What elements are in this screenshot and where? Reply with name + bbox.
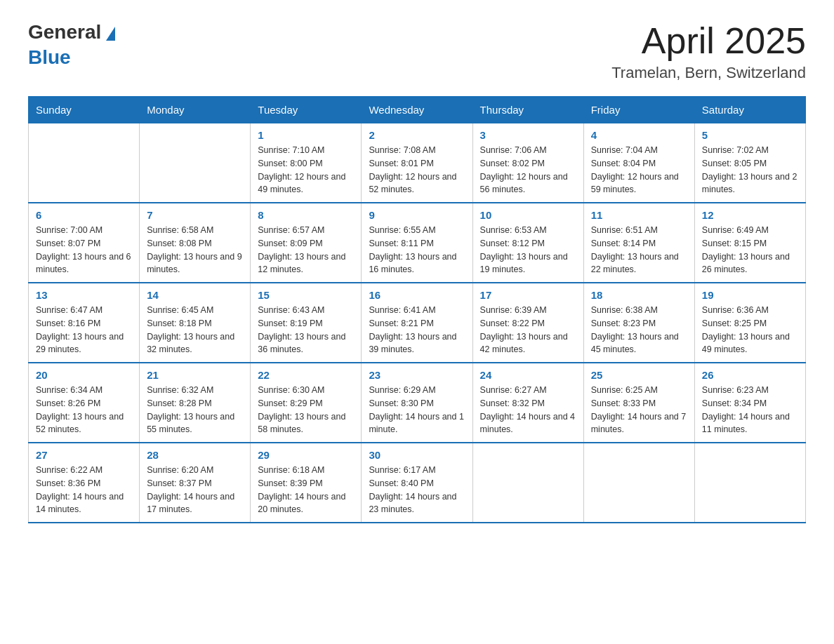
day-info: Sunrise: 6:38 AMSunset: 8:23 PMDaylight:…: [591, 304, 687, 356]
day-info: Sunrise: 6:51 AMSunset: 8:14 PMDaylight:…: [591, 224, 687, 276]
day-number: 24: [480, 369, 576, 381]
calendar-table: SundayMondayTuesdayWednesdayThursdayFrid…: [28, 96, 806, 523]
calendar-cell: 12Sunrise: 6:49 AMSunset: 8:15 PMDayligh…: [694, 203, 805, 283]
day-number: 8: [258, 209, 354, 221]
calendar-cell: 2Sunrise: 7:08 AMSunset: 8:01 PMDaylight…: [362, 123, 472, 203]
week-row-2: 6Sunrise: 7:00 AMSunset: 8:07 PMDaylight…: [29, 203, 806, 283]
day-info: Sunrise: 7:10 AMSunset: 8:00 PMDaylight:…: [258, 144, 354, 196]
logo-general-text: General: [28, 21, 101, 43]
calendar-cell: 15Sunrise: 6:43 AMSunset: 8:19 PMDayligh…: [251, 283, 362, 363]
day-info: Sunrise: 6:43 AMSunset: 8:19 PMDaylight:…: [258, 304, 354, 356]
weekday-header-wednesday: Wednesday: [362, 97, 472, 123]
day-number: 3: [480, 129, 576, 141]
calendar-cell: 6Sunrise: 7:00 AMSunset: 8:07 PMDaylight…: [29, 203, 140, 283]
day-number: 12: [702, 209, 798, 221]
day-number: 23: [369, 369, 465, 381]
day-info: Sunrise: 6:47 AMSunset: 8:16 PMDaylight:…: [36, 304, 132, 356]
day-number: 4: [591, 129, 687, 141]
calendar-cell: 30Sunrise: 6:17 AMSunset: 8:40 PMDayligh…: [362, 443, 472, 523]
weekday-header-tuesday: Tuesday: [251, 97, 362, 123]
calendar-cell: 13Sunrise: 6:47 AMSunset: 8:16 PMDayligh…: [29, 283, 140, 363]
weekday-header-row: SundayMondayTuesdayWednesdayThursdayFrid…: [29, 97, 806, 123]
calendar-cell: 11Sunrise: 6:51 AMSunset: 8:14 PMDayligh…: [583, 203, 694, 283]
day-number: 2: [369, 129, 465, 141]
day-info: Sunrise: 6:27 AMSunset: 8:32 PMDaylight:…: [480, 384, 576, 436]
day-info: Sunrise: 6:23 AMSunset: 8:34 PMDaylight:…: [702, 384, 798, 436]
day-info: Sunrise: 6:49 AMSunset: 8:15 PMDaylight:…: [702, 224, 798, 276]
weekday-header-monday: Monday: [140, 97, 251, 123]
day-number: 19: [702, 289, 798, 301]
day-info: Sunrise: 6:18 AMSunset: 8:39 PMDaylight:…: [258, 464, 354, 516]
day-info: Sunrise: 6:57 AMSunset: 8:09 PMDaylight:…: [258, 224, 354, 276]
day-number: 21: [147, 369, 243, 381]
calendar-cell: 9Sunrise: 6:55 AMSunset: 8:11 PMDaylight…: [362, 203, 472, 283]
calendar-cell: [694, 443, 805, 523]
calendar-cell: 1Sunrise: 7:10 AMSunset: 8:00 PMDaylight…: [251, 123, 362, 203]
logo-blue-text: Blue: [28, 46, 164, 69]
calendar-cell: [472, 443, 583, 523]
day-number: 28: [147, 449, 243, 461]
day-number: 9: [369, 209, 465, 221]
day-number: 20: [36, 369, 132, 381]
day-info: Sunrise: 7:08 AMSunset: 8:01 PMDaylight:…: [369, 144, 465, 196]
calendar-cell: 4Sunrise: 7:04 AMSunset: 8:04 PMDaylight…: [583, 123, 694, 203]
calendar-cell: 21Sunrise: 6:32 AMSunset: 8:28 PMDayligh…: [140, 363, 251, 443]
location-subtitle: Tramelan, Bern, Switzerland: [611, 64, 806, 82]
month-year-title: April 2025: [611, 21, 806, 61]
calendar-cell: 17Sunrise: 6:39 AMSunset: 8:22 PMDayligh…: [472, 283, 583, 363]
day-number: 5: [702, 129, 798, 141]
week-row-3: 13Sunrise: 6:47 AMSunset: 8:16 PMDayligh…: [29, 283, 806, 363]
calendar-cell: 7Sunrise: 6:58 AMSunset: 8:08 PMDaylight…: [140, 203, 251, 283]
day-info: Sunrise: 6:22 AMSunset: 8:36 PMDaylight:…: [36, 464, 132, 516]
calendar-cell: 8Sunrise: 6:57 AMSunset: 8:09 PMDaylight…: [251, 203, 362, 283]
calendar-cell: 14Sunrise: 6:45 AMSunset: 8:18 PMDayligh…: [140, 283, 251, 363]
day-info: Sunrise: 6:53 AMSunset: 8:12 PMDaylight:…: [480, 224, 576, 276]
calendar-cell: [140, 123, 251, 203]
calendar-cell: [583, 443, 694, 523]
calendar-cell: 18Sunrise: 6:38 AMSunset: 8:23 PMDayligh…: [583, 283, 694, 363]
day-info: Sunrise: 6:39 AMSunset: 8:22 PMDaylight:…: [480, 304, 576, 356]
day-number: 7: [147, 209, 243, 221]
calendar-cell: 10Sunrise: 6:53 AMSunset: 8:12 PMDayligh…: [472, 203, 583, 283]
week-row-1: 1Sunrise: 7:10 AMSunset: 8:00 PMDaylight…: [29, 123, 806, 203]
day-info: Sunrise: 6:25 AMSunset: 8:33 PMDaylight:…: [591, 384, 687, 436]
day-number: 6: [36, 209, 132, 221]
weekday-header-saturday: Saturday: [694, 97, 805, 123]
calendar-cell: 19Sunrise: 6:36 AMSunset: 8:25 PMDayligh…: [694, 283, 805, 363]
day-info: Sunrise: 7:04 AMSunset: 8:04 PMDaylight:…: [591, 144, 687, 196]
calendar-cell: 20Sunrise: 6:34 AMSunset: 8:26 PMDayligh…: [29, 363, 140, 443]
logo: General Blue: [28, 21, 164, 69]
day-number: 14: [147, 289, 243, 301]
calendar-cell: 28Sunrise: 6:20 AMSunset: 8:37 PMDayligh…: [140, 443, 251, 523]
calendar-header: SundayMondayTuesdayWednesdayThursdayFrid…: [29, 97, 806, 123]
day-number: 27: [36, 449, 132, 461]
day-info: Sunrise: 6:41 AMSunset: 8:21 PMDaylight:…: [369, 304, 465, 356]
day-number: 11: [591, 209, 687, 221]
day-number: 17: [480, 289, 576, 301]
day-info: Sunrise: 6:30 AMSunset: 8:29 PMDaylight:…: [258, 384, 354, 436]
calendar-cell: [29, 123, 140, 203]
day-info: Sunrise: 6:20 AMSunset: 8:37 PMDaylight:…: [147, 464, 243, 516]
calendar-cell: 24Sunrise: 6:27 AMSunset: 8:32 PMDayligh…: [472, 363, 583, 443]
day-number: 13: [36, 289, 132, 301]
day-info: Sunrise: 6:45 AMSunset: 8:18 PMDaylight:…: [147, 304, 243, 356]
day-info: Sunrise: 6:34 AMSunset: 8:26 PMDaylight:…: [36, 384, 132, 436]
day-info: Sunrise: 6:17 AMSunset: 8:40 PMDaylight:…: [369, 464, 465, 516]
day-number: 1: [258, 129, 354, 141]
day-info: Sunrise: 6:29 AMSunset: 8:30 PMDaylight:…: [369, 384, 465, 436]
weekday-header-thursday: Thursday: [472, 97, 583, 123]
calendar-cell: 5Sunrise: 7:02 AMSunset: 8:05 PMDaylight…: [694, 123, 805, 203]
day-info: Sunrise: 6:55 AMSunset: 8:11 PMDaylight:…: [369, 224, 465, 276]
day-number: 29: [258, 449, 354, 461]
day-number: 22: [258, 369, 354, 381]
title-block: April 2025 Tramelan, Bern, Switzerland: [611, 21, 806, 82]
calendar-cell: 26Sunrise: 6:23 AMSunset: 8:34 PMDayligh…: [694, 363, 805, 443]
calendar-cell: 3Sunrise: 7:06 AMSunset: 8:02 PMDaylight…: [472, 123, 583, 203]
day-number: 15: [258, 289, 354, 301]
calendar-cell: 23Sunrise: 6:29 AMSunset: 8:30 PMDayligh…: [362, 363, 472, 443]
weekday-header-friday: Friday: [583, 97, 694, 123]
day-number: 26: [702, 369, 798, 381]
calendar-cell: 16Sunrise: 6:41 AMSunset: 8:21 PMDayligh…: [362, 283, 472, 363]
page-header: General Blue April 2025 Tramelan, Bern, …: [28, 21, 806, 82]
day-info: Sunrise: 6:32 AMSunset: 8:28 PMDaylight:…: [147, 384, 243, 436]
